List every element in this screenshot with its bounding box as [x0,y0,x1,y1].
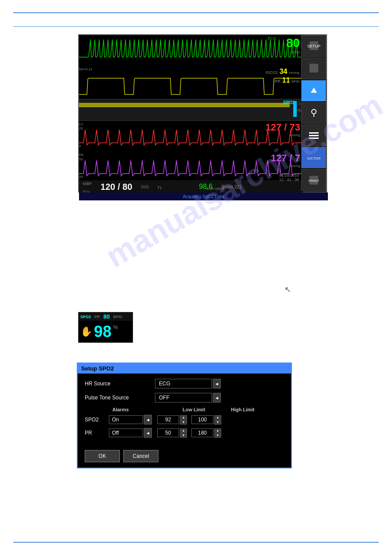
monitor-btn-7-icon: PRINT [307,174,320,187]
monitor-btn-7[interactable]: PRINT [301,169,326,191]
second-rule [13,26,379,27]
monitor-screen: 25 0 ECG 80 BPM N2=0.21 EtCO2 34 mmHg RR… [78,34,327,192]
ok-button[interactable]: OK [85,450,120,462]
s92-label: (S2) [141,185,148,189]
high-limit-col-header: High Limit [231,407,279,412]
svg-text:PRINT: PRINT [309,179,319,183]
spo2-tile-percent: % [113,324,118,330]
spo2-tile-hand-icon: ✋ [80,326,92,337]
rr-value: 11 [282,76,290,84]
spo2-low-down-btn[interactable]: ▼ [180,420,187,424]
ibp1-values: 127 / 73 mmHg [262,121,301,152]
spo2-tile: SPO2 PR 80 BPM ✋ 98 % [78,312,133,343]
svg-text:0: 0 [79,144,81,148]
pr-high-value: 180 [191,428,213,437]
monitor-btn-2[interactable] [301,58,326,79]
ecg-unit: BPM [286,50,300,54]
spo2-low-limit-group: 92 ▲ ▼ [157,415,187,424]
svg-rect-14 [309,132,319,134]
rr-label: RR [275,79,281,83]
monitor-btn-5-icon [307,129,320,142]
ibp2-value: 127 / 7 [271,152,300,164]
room-label: Room 221 [221,185,241,189]
pulse-tone-arrow-btn[interactable]: ◄ [213,393,221,403]
pulse-tone-label: Pulse Tone Source [85,395,155,401]
low-limit-col-header: Low Limit [183,407,231,412]
hr-source-row: HR Source ECG ◄ [85,379,284,388]
svg-text:SETUP: SETUP [307,44,320,48]
monitor-btn-6-icon: SUCTION [307,151,320,164]
hr-source-value: ECG [155,379,212,388]
ibp2-unit: mmHg [290,164,300,168]
hr-source-arrow-btn[interactable]: ◄ [213,379,221,388]
cancel-button[interactable]: Cancel [123,450,158,462]
spo2-yellow-bar [79,103,290,107]
monitor-time: 12 : 41 : 38 [279,178,299,182]
spo2-param-row: SPO2 On ◄ 92 ▲ ▼ 100 ▲ ▼ [85,415,284,424]
nbp-value: 120 / 80 [101,182,132,192]
pr-param-row: PR Off ◄ 50 ▲ ▼ 180 ▲ ▼ [85,428,284,438]
monitor-btn-4-icon [307,106,320,120]
pr-low-down-btn[interactable]: ▼ [180,433,187,438]
monitor-btn-4[interactable] [301,102,326,124]
spo2-low-updown: ▲ ▼ [180,415,187,424]
spo2-alarm-select: On ◄ [109,415,153,424]
spo2-tile-pr-value: 80 [104,313,110,320]
svg-text:PA: PA [79,153,84,157]
pr-high-up-btn[interactable]: ▲ [214,428,221,433]
spo2-low-up-btn[interactable]: ▲ [180,415,187,420]
spo2-high-updown: ▲ ▼ [214,415,221,424]
alarms-col-header: Alarms [112,407,183,412]
ibp1-value: 127 / 73 [265,122,300,133]
monitor-btn-5[interactable] [301,124,326,146]
ecg-value: 80 [286,36,300,50]
monitor-status-bar: NIBP TCV 120 / 80 (S2) T1 98.6 Room 221 [79,180,303,193]
ecg-waveform-area: 25 0 ECG [79,35,303,66]
spo2-high-down-btn[interactable]: ▼ [214,420,221,424]
spo2-high-limit-group: 100 ▲ ▼ [191,415,221,424]
monitor-btn-1[interactable]: SETUP [301,35,326,57]
svg-point-12 [312,109,316,114]
svg-rect-16 [309,138,319,139]
spo2-param-name: SPO2 [85,417,109,423]
spo2-high-up-btn[interactable]: ▲ [214,415,221,420]
pr-low-limit-group: 50 ▲ ▼ [157,428,187,438]
setup-dialog-title: Setup SPO2 [78,363,291,374]
cursor-icon: ↖ [284,285,291,294]
monitor-btn-3-icon [307,84,320,97]
spo2-indicator-bar [293,101,297,117]
spo2-percent-label: % [298,108,301,112]
etco2-value: 34 [280,68,288,76]
pr-alarm-arrow-btn[interactable]: ◄ [144,428,152,438]
monitor-btn-6[interactable]: SUCTION [301,147,326,168]
hr-source-label: HR Source [85,381,155,387]
pr-high-limit-group: 180 ▲ ▼ [191,428,221,438]
spo2-tile-spo2-label: SPO2 [80,315,91,319]
pr-low-updown: ▲ ▼ [180,428,187,438]
monitor-btn-3[interactable] [301,80,326,102]
acquiring-text: Acquiring SpO2 Data [183,194,224,199]
spo2-tile-value: 98 [94,323,111,341]
pr-low-up-btn[interactable]: ▲ [180,428,187,433]
etco2-unit: mmHg [289,71,299,75]
svg-rect-15 [309,135,319,136]
spo2-bar-area: SPO2 | PR BPM % [79,99,303,121]
spo2-tile-bpm-label: BPM [113,315,122,319]
pr-high-down-btn[interactable]: ▼ [214,433,221,438]
monitor-btn-1-icon: SETUP [307,39,320,52]
spo2-tile-header: SPO2 PR 80 BPM [79,312,133,321]
svg-text:25: 25 [79,127,83,131]
pr-alarm-select: Off ◄ [109,428,153,438]
spo2-high-value: 100 [191,415,213,424]
spo2-tile-body: ✋ 98 % [79,321,133,342]
ecg-label: ECG [268,36,277,40]
pr-param-name: PR [85,430,109,436]
svg-text:SUCTION: SUCTION [307,156,320,160]
svg-text:50: 50 [79,157,83,161]
monitor-right-panel: SETUP SUC [301,35,326,192]
spo2-alarm-arrow-btn[interactable]: ◄ [144,415,152,424]
top-rule [13,12,379,13]
t1-label: T1 [157,185,162,190]
spo2-divider: | [299,101,300,105]
ibp1-unit: mmHg [290,133,300,137]
